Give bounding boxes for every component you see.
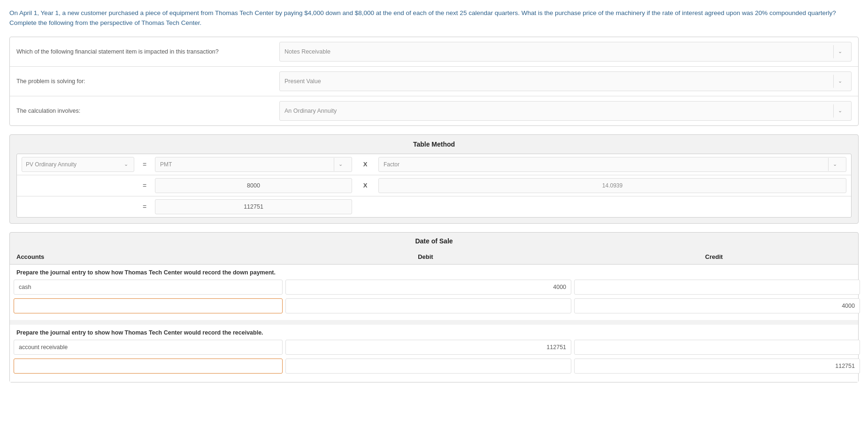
factor-label: Factor	[384, 161, 399, 168]
table-method-section: Table Method PV Ordinary Annuity ⌄ = PMT…	[9, 134, 859, 224]
factor-dropdown-arrow[interactable]: ⌄	[828, 158, 841, 171]
question-answer-value-1: Notes Receivable	[284, 48, 330, 55]
account-cell-1-2[interactable]	[14, 297, 283, 314]
credit-input-1-1[interactable]	[574, 280, 860, 295]
question-row-1: Which of the following financial stateme…	[10, 37, 858, 67]
section-spacer	[10, 320, 858, 325]
journal-table-header: Accounts Debit Credit	[10, 250, 858, 265]
calc-row-3: = 112751	[17, 196, 851, 217]
journal-entry-row-2-1	[10, 339, 858, 356]
question-dropdown-arrow-3[interactable]: ⌄	[833, 104, 846, 117]
pv-dropdown-arrow[interactable]: ⌄	[122, 158, 130, 171]
journal-entry-row-1-1	[10, 279, 858, 296]
question-label-1: Which of the following financial stateme…	[16, 48, 279, 55]
debit-cell-1-2[interactable]	[285, 297, 571, 314]
account-input-2-1[interactable]	[14, 340, 283, 355]
debit-input-1-2[interactable]	[285, 298, 571, 313]
header-credit: Credit	[570, 250, 858, 264]
debit-cell-2-2[interactable]	[285, 358, 571, 374]
question-row-2: The problem is solving for: Present Valu…	[10, 67, 858, 96]
pmt-select[interactable]: PMT ⌄	[155, 157, 352, 172]
question-answer-value-2: Present Value	[284, 78, 321, 85]
section1-label: Prepare the journal entry to show how Th…	[10, 265, 858, 279]
question-label-3: The calculation involves:	[16, 108, 279, 114]
account-cell-1-1[interactable]	[14, 279, 283, 296]
credit-cell-1-1[interactable]	[574, 279, 860, 296]
journal-entry-row-2-2	[10, 358, 858, 374]
intro-text: On April 1, Year 1, a new customer purch…	[9, 8, 859, 28]
credit-cell-2-1[interactable]	[574, 339, 860, 356]
question-answer-3[interactable]: An Ordinary Annuity ⌄	[279, 101, 852, 121]
question-answer-2[interactable]: Present Value ⌄	[279, 71, 852, 91]
header-accounts: Accounts	[10, 250, 281, 264]
question-section: Which of the following financial stateme…	[9, 37, 859, 126]
factor-value-box: 14.0939	[378, 178, 846, 193]
account-input-1-1[interactable]	[14, 280, 283, 295]
credit-cell-1-2[interactable]	[574, 297, 860, 314]
equals-2: =	[138, 182, 151, 189]
factor-value: 14.0939	[384, 182, 841, 189]
table-method-title: Table Method	[10, 135, 858, 154]
pmt-label: PMT	[160, 161, 172, 168]
x-sign-2: X	[356, 182, 375, 189]
question-dropdown-arrow-1[interactable]: ⌄	[833, 45, 846, 58]
account-input-2-2[interactable]	[14, 359, 283, 374]
debit-input-2-2[interactable]	[285, 359, 571, 374]
pmt-value: 8000	[160, 182, 347, 189]
question-row-3: The calculation involves: An Ordinary An…	[10, 96, 858, 125]
section2-label: Prepare the journal entry to show how Th…	[10, 325, 858, 339]
calc-row-1: PV Ordinary Annuity ⌄ = PMT ⌄ X Factor ⌄	[17, 154, 851, 175]
question-label-2: The problem is solving for:	[16, 78, 279, 85]
credit-input-1-2[interactable]	[574, 298, 860, 313]
factor-box[interactable]: Factor ⌄	[378, 157, 846, 172]
debit-input-2-1[interactable]	[285, 340, 571, 355]
calc-rows: PV Ordinary Annuity ⌄ = PMT ⌄ X Factor ⌄…	[16, 154, 852, 218]
pmt-value-box: 8000	[155, 178, 352, 193]
date-sale-section: Date of Sale Accounts Debit Credit Prepa…	[9, 232, 859, 382]
calc-row-2: = 8000 X 14.0939	[17, 175, 851, 196]
result-box: 112751	[155, 199, 352, 214]
x-sign-1: X	[356, 161, 375, 168]
debit-input-1-1[interactable]	[285, 280, 571, 295]
pv-ordinary-annuity-label: PV Ordinary Annuity	[26, 161, 77, 168]
account-cell-2-2[interactable]	[14, 358, 283, 374]
pv-ordinary-annuity-select[interactable]: PV Ordinary Annuity ⌄	[22, 157, 134, 172]
journal-entry-row-1-2	[10, 297, 858, 314]
question-answer-1[interactable]: Notes Receivable ⌄	[279, 42, 852, 62]
question-answer-value-3: An Ordinary Annuity	[284, 108, 337, 114]
result-value: 112751	[160, 203, 347, 210]
credit-input-2-1[interactable]	[574, 340, 860, 355]
account-input-1-2[interactable]	[14, 298, 283, 313]
credit-input-2-2[interactable]	[574, 359, 860, 374]
credit-cell-2-2[interactable]	[574, 358, 860, 374]
date-sale-title: Date of Sale	[10, 233, 858, 250]
equals-1: =	[138, 161, 151, 168]
account-cell-2-1[interactable]	[14, 339, 283, 356]
equals-3: =	[138, 203, 151, 211]
header-debit: Debit	[281, 250, 569, 264]
question-dropdown-arrow-2[interactable]: ⌄	[833, 75, 846, 88]
debit-cell-2-1[interactable]	[285, 339, 571, 356]
pmt-dropdown-arrow[interactable]: ⌄	[334, 158, 347, 171]
debit-cell-1-1[interactable]	[285, 279, 571, 296]
